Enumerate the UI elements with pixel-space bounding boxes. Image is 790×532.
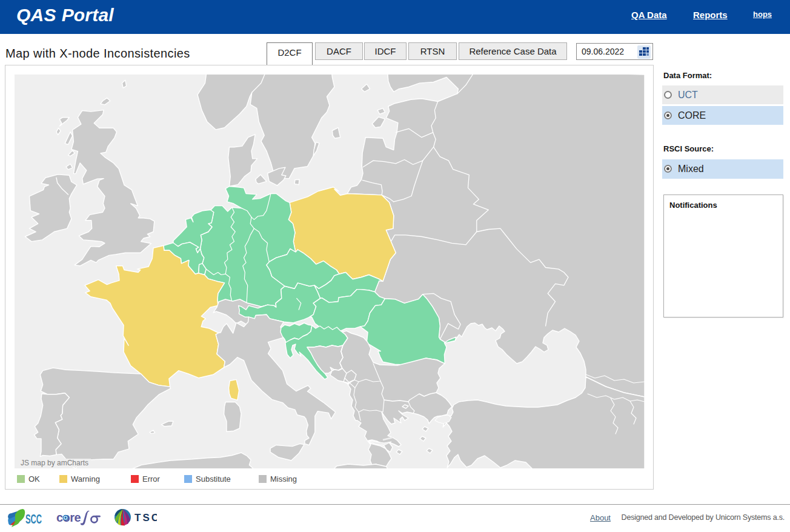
svg-text:TSC: TSC	[134, 512, 157, 524]
svg-text:core: core	[56, 511, 81, 524]
svg-text:SCC: SCC	[25, 511, 42, 527]
